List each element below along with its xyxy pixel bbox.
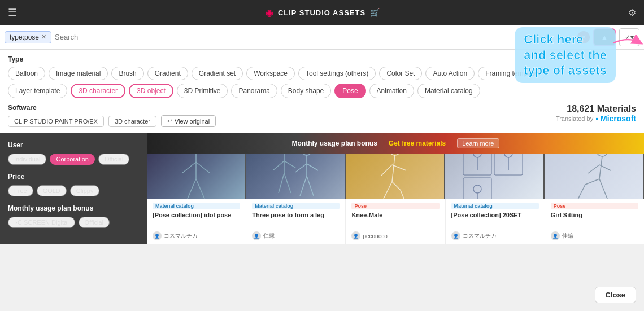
sf-tag-gold[interactable]: GOLD [37, 185, 67, 196]
sf-user-section: User Individual Corporation Official [8, 141, 139, 165]
learn-more-button[interactable]: Learn more [457, 138, 499, 148]
svg-point-29 [504, 154, 512, 157]
sf-user-label: User [8, 141, 139, 149]
svg-line-21 [392, 165, 406, 170]
svg-line-39 [577, 185, 585, 199]
svg-line-20 [381, 165, 392, 176]
header: ☰ ◉ CLIP STUDIO ASSETS 🛒 ⚙ [0, 0, 644, 25]
filter-tag-framing-template[interactable]: Framing template [478, 67, 545, 80]
promo-banner: Monthly usage plan bonus Get free materi… [147, 133, 644, 154]
sf-tag-official2[interactable]: Official [79, 217, 110, 228]
card-3[interactable] [346, 154, 445, 199]
view-original-button[interactable]: ↩ View original [161, 115, 216, 127]
sf-tag-official[interactable]: Official [98, 154, 129, 165]
filter-tag-layer-template[interactable]: Layer template [8, 84, 67, 98]
svg-line-19 [392, 155, 395, 182]
filter-tag-animation[interactable]: Animation [369, 84, 414, 98]
card-5-info: Pose Girl Sitting 👤 佳綸 [545, 199, 644, 244]
svg-point-18 [389, 154, 401, 155]
filter-tag-panorama[interactable]: Panorama [231, 84, 277, 98]
main-area: User Individual Corporation Official Pri… [0, 133, 644, 244]
card-4-author: 👤 コスマルチカ [451, 231, 539, 240]
svg-line-15 [307, 164, 318, 170]
card-1-avatar: 👤 [153, 231, 162, 240]
card-2-author: 👤 仁縁 [252, 231, 340, 240]
cards-grid [147, 154, 644, 199]
software-tag-pro-ex[interactable]: CLIP STUDIO PAINT PRO/EX [8, 116, 104, 127]
gear-icon[interactable]: ⚙ [628, 7, 636, 18]
card-5-image [545, 154, 643, 199]
svg-point-28 [473, 154, 481, 157]
card-1-info: Material catalog [Pose collection] idol … [147, 199, 246, 244]
software-tag-debut[interactable]: 3D character [108, 116, 156, 127]
sf-tag-individual[interactable]: Individual [8, 154, 46, 165]
filter-tag-3d-object[interactable]: 3D object [129, 84, 173, 98]
card-5-category: Pose [551, 203, 638, 209]
filter-tag-pose[interactable]: Pose [334, 84, 365, 98]
card-2-title: Three pose to form a leg [252, 211, 340, 219]
software-label: Software [8, 104, 216, 112]
hamburger-icon[interactable]: ☰ [8, 6, 17, 19]
type-filter-tags: Balloon Image material Brush Gradient Gr… [8, 67, 636, 80]
sf-price-section: Price Free GOLD Clippy [8, 173, 139, 196]
card-5[interactable] [545, 154, 644, 199]
svg-line-8 [273, 161, 284, 170]
filter-tag-auto-action[interactable]: Auto Action [425, 67, 475, 80]
sf-monthly-label: Monthly usage plan bonus [8, 204, 139, 212]
svg-line-41 [605, 193, 611, 199]
app-title: CLIP STUDIO ASSETS [278, 8, 365, 17]
filter-tag-gradient-set[interactable]: Gradient set [192, 67, 243, 80]
close-button[interactable]: Close [595, 287, 636, 303]
card-area: Monthly usage plan bonus Get free materi… [147, 133, 644, 244]
svg-line-4 [188, 179, 196, 199]
card-3-category: Pose [351, 203, 439, 209]
card-1-title: [Pose collection] idol pose [153, 211, 240, 219]
type-filter-tags-row2: Layer template 3D character 3D object 3D… [8, 84, 636, 98]
filter-tag-gradient[interactable]: Gradient [147, 67, 188, 80]
check-dropdown-button[interactable]: ✓▾ [619, 28, 639, 46]
search-input[interactable] [55, 33, 574, 41]
filter-tag-3d-character[interactable]: 3D character [71, 84, 125, 98]
sf-tag-ic-screen[interactable]: I·C SCREEN Digital [8, 217, 75, 228]
filter-tag-image-material[interactable]: Image material [49, 67, 108, 80]
card-2-category: Material catalog [252, 203, 340, 209]
sf-tag-corporation[interactable]: Corporation [50, 154, 94, 165]
card-4[interactable] [445, 154, 545, 199]
card-4-image [445, 154, 543, 199]
sf-monthly-section: Monthly usage plan bonus I·C SCREEN Digi… [8, 204, 139, 228]
expand-filters-button[interactable]: ▲ [593, 28, 616, 46]
sf-tag-clippy[interactable]: Clippy [70, 185, 100, 196]
clear-search-button[interactable]: ✕ [577, 31, 590, 43]
tag-close-icon[interactable]: ✕ [41, 33, 46, 41]
sf-tag-free[interactable]: Free [8, 185, 33, 196]
type-filter-section: Type Balloon Image material Brush Gradie… [8, 55, 636, 98]
filter-tag-tool-settings[interactable]: Tool settings (others) [298, 67, 376, 80]
card-1[interactable] [147, 154, 246, 199]
svg-line-2 [182, 162, 196, 173]
type-filter-label: Type [8, 55, 636, 63]
card-1-category: Material catalog [153, 203, 240, 209]
search-actions: ✕ ▲ ✓▾ [577, 28, 639, 46]
filter-tag-workspace[interactable]: Workspace [246, 67, 295, 80]
card-2[interactable] [246, 154, 346, 199]
view-original-label: View original [175, 118, 210, 125]
filter-tag-body-shape[interactable]: Body shape [281, 84, 331, 98]
svg-line-5 [196, 179, 204, 199]
type-pose-tag[interactable]: type:pose ✕ [5, 31, 51, 43]
materials-count: 18,621 Materials [556, 104, 636, 114]
svg-line-35 [599, 156, 602, 179]
card-2-avatar: 👤 [252, 231, 261, 240]
filter-tag-color-set[interactable]: Color Set [379, 67, 422, 80]
filter-tag-brush[interactable]: Brush [111, 67, 143, 80]
filter-tag-material-catalog[interactable]: Material catalog [417, 84, 480, 98]
promo-text: Monthly usage plan bonus [292, 139, 377, 147]
promo-cta: Get free materials [389, 139, 446, 147]
sf-price-tags: Free GOLD Clippy [8, 185, 139, 196]
svg-line-36 [588, 165, 599, 173]
filter-tag-balloon[interactable]: Balloon [8, 67, 45, 80]
card-3-image [346, 154, 444, 199]
filter-tag-3d-primitive[interactable]: 3D Primitive [177, 84, 228, 98]
cart-icon[interactable]: 🛒 [370, 8, 380, 17]
bottom-strip: Material catalog [Pose collection] idol … [147, 199, 644, 244]
svg-line-14 [295, 164, 307, 172]
